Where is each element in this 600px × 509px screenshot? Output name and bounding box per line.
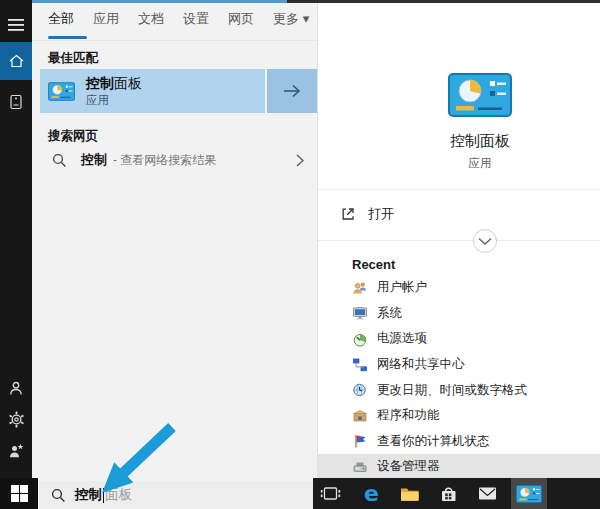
recent-item-label: 设备管理器 (377, 458, 440, 475)
taskbar-mail-button[interactable] (472, 478, 503, 509)
tab-more[interactable]: 更多 ▾ (273, 10, 309, 28)
search-icon (52, 153, 67, 168)
edge-icon: e (364, 483, 379, 505)
open-icon (340, 206, 356, 222)
preview-divider (318, 240, 600, 241)
best-match-text: 控制面板 应用 (86, 75, 142, 107)
best-match-expand-button[interactable] (267, 69, 317, 113)
recent-item-label: 用户帐户 (377, 279, 427, 296)
task-view-button[interactable] (315, 478, 346, 509)
security-status-icon (352, 433, 368, 449)
best-match-title-rest: 面板 (114, 75, 142, 91)
open-action-label: 打开 (368, 205, 394, 223)
user-accounts-icon (352, 280, 368, 296)
web-search-result[interactable]: 控制 - 查看网络搜索结果 (40, 145, 317, 175)
search-inline-suggestion: 面板 (105, 486, 132, 504)
gear-icon (8, 411, 25, 428)
file-explorer-icon (400, 485, 420, 502)
tab-documents[interactable]: 文档 (138, 10, 164, 28)
network-sharing-icon (352, 357, 368, 373)
journal-icon (8, 94, 24, 110)
recent-item-device-manager[interactable]: 设备管理器 (318, 454, 600, 478)
tab-all[interactable]: 全部 (48, 10, 74, 28)
recent-item-user-accounts[interactable]: 用户帐户 (318, 275, 600, 301)
sidebar-item-settings[interactable] (0, 402, 32, 436)
taskbar-file-explorer-button[interactable] (394, 478, 425, 509)
tabs-divider (32, 40, 317, 41)
tab-settings[interactable]: 设置 (183, 10, 209, 28)
hamburger-icon (8, 18, 24, 32)
recent-section-header: Recent (352, 257, 395, 272)
active-tab-underline (48, 36, 87, 39)
task-view-icon (320, 485, 341, 502)
windows-logo-icon (11, 485, 28, 502)
search-sidebar (0, 0, 32, 478)
control-panel-icon (516, 485, 542, 503)
recent-item-label: 更改日期、时间或数字格式 (377, 382, 527, 399)
tab-apps[interactable]: 应用 (93, 10, 119, 28)
sidebar-item-feedback[interactable] (0, 434, 32, 468)
hamburger-menu-button[interactable] (0, 8, 32, 42)
feedback-person-icon (8, 443, 24, 459)
best-match-subtitle: 应用 (86, 94, 142, 107)
search-filter-tabs: 全部 应用 文档 设置 网页 更多 ▾ (48, 10, 309, 28)
search-typed-text: 控制 (75, 486, 102, 504)
date-time-format-icon (352, 382, 368, 398)
mail-icon (478, 486, 497, 501)
taskbar-control-panel-button[interactable] (511, 478, 547, 509)
taskbar-store-button[interactable] (433, 478, 464, 509)
device-manager-icon (352, 459, 368, 475)
best-match-header: 最佳匹配 (48, 50, 98, 67)
preview-app-subtitle: 应用 (318, 156, 600, 171)
recent-item-label: 查看你的计算机状态 (377, 433, 490, 450)
power-options-icon (352, 331, 368, 347)
web-search-query: 控制 (81, 151, 107, 169)
expand-preview-button[interactable] (473, 229, 497, 253)
windows-search-flyout: 全部 应用 文档 设置 网页 更多 ▾ 反馈 最佳匹配 控制面板 应用 搜索网页 (0, 0, 600, 509)
open-action[interactable]: 打开 (318, 196, 600, 232)
home-icon (8, 53, 25, 69)
control-panel-icon (48, 82, 75, 101)
recent-item-label: 电源选项 (377, 330, 427, 347)
recent-item-network-sharing[interactable]: 网络和共享中心 (318, 352, 600, 378)
tab-web[interactable]: 网页 (228, 10, 254, 28)
taskbar-edge-button[interactable]: e (356, 478, 387, 509)
recent-item-programs-features[interactable]: 程序和功能 (318, 403, 600, 429)
recent-item-label: 网络和共享中心 (377, 356, 465, 373)
control-panel-app-icon-large (448, 73, 512, 117)
recent-list: 用户帐户 系统 电源选项 (318, 275, 600, 478)
recent-item-system[interactable]: 系统 (318, 301, 600, 327)
search-icon (51, 488, 66, 503)
best-match-title-bold: 控制 (86, 75, 114, 91)
chevron-right-icon (295, 153, 305, 168)
tab-more-label: 更多 (273, 11, 299, 26)
recent-item-label: 程序和功能 (377, 407, 440, 424)
sidebar-item-journal[interactable] (0, 85, 32, 119)
best-match-result[interactable]: 控制面板 应用 (40, 69, 265, 113)
start-button[interactable] (0, 478, 38, 509)
taskbar-search-input[interactable]: 控制 面板 (38, 481, 313, 509)
web-search-header: 搜索网页 (48, 128, 98, 145)
programs-features-icon (352, 408, 368, 424)
preview-app-title: 控制面板 (318, 132, 600, 151)
store-icon (439, 485, 458, 503)
system-icon (352, 305, 368, 321)
person-icon (8, 380, 24, 396)
arrow-right-icon (281, 83, 303, 99)
recent-item-security-status[interactable]: 查看你的计算机状态 (318, 429, 600, 455)
web-search-hint: - 查看网络搜索结果 (113, 152, 216, 169)
sidebar-item-home[interactable] (0, 42, 32, 80)
recent-item-date-time-format[interactable]: 更改日期、时间或数字格式 (318, 377, 600, 403)
chevron-down-icon: ▾ (303, 11, 310, 26)
sidebar-item-account[interactable] (0, 371, 32, 405)
recent-item-label: 系统 (377, 305, 402, 322)
recent-item-power-options[interactable]: 电源选项 (318, 326, 600, 352)
text-cursor (103, 488, 104, 503)
preview-divider (318, 189, 600, 190)
chevron-down-icon (478, 237, 492, 246)
